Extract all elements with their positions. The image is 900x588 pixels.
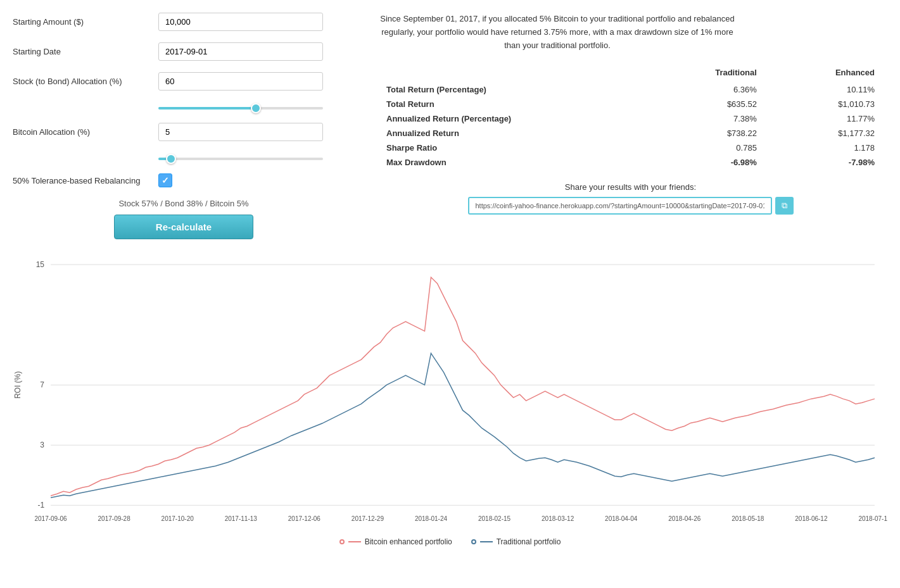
main-chart: 15 7 3 -1 ROI (%) 2017-09-06 2017-09-28 … bbox=[13, 258, 887, 530]
legend-btc-label: Bitcoin enhanced portfolio bbox=[365, 537, 452, 546]
row-enhanced: 1.178 bbox=[770, 141, 887, 155]
share-url-input[interactable] bbox=[468, 197, 772, 215]
col-header-traditional: Traditional bbox=[647, 65, 770, 82]
svg-text:2018-03-12: 2018-03-12 bbox=[542, 515, 574, 522]
svg-text:2018-02-15: 2018-02-15 bbox=[478, 515, 511, 522]
svg-text:15: 15 bbox=[36, 260, 45, 269]
starting-date-input[interactable] bbox=[158, 42, 323, 61]
stock-bond-slider[interactable] bbox=[158, 107, 323, 109]
legend-trad-label: Traditional portfolio bbox=[497, 537, 561, 546]
legend-btc-dot bbox=[339, 539, 345, 544]
copy-button[interactable]: ⧉ bbox=[775, 197, 794, 215]
svg-text:2018-01-24: 2018-01-24 bbox=[415, 515, 448, 522]
row-enhanced: -7.98% bbox=[770, 155, 887, 170]
svg-text:2017-09-28: 2017-09-28 bbox=[98, 515, 131, 522]
row-enhanced: 10.11% bbox=[770, 82, 887, 97]
row-label: Total Return (Percentage) bbox=[374, 82, 647, 97]
svg-text:2017-11-13: 2017-11-13 bbox=[225, 515, 258, 522]
svg-text:2018-04-26: 2018-04-26 bbox=[668, 515, 701, 522]
row-label: Total Return bbox=[374, 97, 647, 111]
svg-text:3: 3 bbox=[40, 441, 44, 449]
stock-bond-label: Stock (to Bond) Allocation (%) bbox=[13, 77, 158, 86]
table-row: Annualized Return (Percentage) 7.38% 11.… bbox=[374, 111, 887, 126]
starting-date-label: Starting Date bbox=[13, 47, 158, 56]
row-enhanced: $1,010.73 bbox=[770, 97, 887, 111]
col-header-enhanced: Enhanced bbox=[770, 65, 887, 82]
share-label: Share your results with your friends: bbox=[374, 182, 887, 192]
svg-text:2018-07-13: 2018-07-13 bbox=[858, 515, 887, 522]
table-row: Max Drawdown -6.98% -7.98% bbox=[374, 155, 887, 170]
starting-amount-label: Starting Amount ($) bbox=[13, 17, 158, 27]
svg-text:7: 7 bbox=[40, 380, 44, 389]
svg-text:2017-12-06: 2017-12-06 bbox=[288, 515, 321, 522]
chart-legend: Bitcoin enhanced portfolio Traditional p… bbox=[13, 537, 887, 546]
row-traditional: $738.22 bbox=[647, 126, 770, 141]
bitcoin-alloc-slider[interactable] bbox=[158, 158, 323, 160]
row-label: Max Drawdown bbox=[374, 155, 647, 170]
row-label: Annualized Return (Percentage) bbox=[374, 111, 647, 126]
recalculate-button[interactable]: Re-calculate bbox=[114, 215, 253, 239]
starting-amount-input[interactable] bbox=[158, 13, 323, 31]
bitcoin-alloc-input[interactable] bbox=[158, 123, 323, 141]
summary-text: Since September 01, 2017, if you allocat… bbox=[374, 13, 741, 52]
col-header-empty bbox=[374, 65, 647, 82]
row-enhanced: $1,177.32 bbox=[770, 126, 887, 141]
svg-text:2017-12-29: 2017-12-29 bbox=[352, 515, 384, 522]
copy-icon: ⧉ bbox=[782, 201, 787, 210]
svg-text:2017-09-06: 2017-09-06 bbox=[34, 515, 67, 522]
stock-bond-input[interactable] bbox=[158, 72, 323, 91]
row-traditional: $635.52 bbox=[647, 97, 770, 111]
svg-text:2018-04-04: 2018-04-04 bbox=[605, 515, 638, 522]
legend-btc-line bbox=[348, 541, 361, 542]
legend-trad-dot bbox=[471, 539, 476, 544]
chart-container: 15 7 3 -1 ROI (%) 2017-09-06 2017-09-28 … bbox=[13, 258, 887, 546]
legend-trad-line bbox=[480, 541, 493, 542]
row-traditional: 6.36% bbox=[647, 82, 770, 97]
row-traditional: 7.38% bbox=[647, 111, 770, 126]
row-label: Annualized Return bbox=[374, 126, 647, 141]
row-label: Sharpe Ratio bbox=[374, 141, 647, 155]
svg-text:2018-05-18: 2018-05-18 bbox=[732, 515, 764, 522]
row-enhanced: 11.77% bbox=[770, 111, 887, 126]
svg-text:2017-10-20: 2017-10-20 bbox=[162, 515, 194, 522]
row-traditional: -6.98% bbox=[647, 155, 770, 170]
legend-trad: Traditional portfolio bbox=[471, 537, 561, 546]
svg-text:2018-06-12: 2018-06-12 bbox=[795, 515, 828, 522]
row-traditional: 0.785 bbox=[647, 141, 770, 155]
table-row: Sharpe Ratio 0.785 1.178 bbox=[374, 141, 887, 155]
svg-text:ROI (%): ROI (%) bbox=[13, 371, 22, 398]
table-row: Total Return (Percentage) 6.36% 10.11% bbox=[374, 82, 887, 97]
rebalancing-checkbox[interactable] bbox=[158, 173, 172, 187]
svg-text:-1: -1 bbox=[37, 501, 44, 510]
rebalancing-label: 50% Tolerance-based Rebalancing bbox=[13, 176, 158, 185]
results-table: Traditional Enhanced Total Return (Perce… bbox=[374, 65, 887, 170]
bitcoin-alloc-label: Bitcoin Allocation (%) bbox=[13, 127, 158, 137]
table-row: Annualized Return $738.22 $1,177.32 bbox=[374, 126, 887, 141]
table-row: Total Return $635.52 $1,010.73 bbox=[374, 97, 887, 111]
allocation-text: Stock 57% / Bond 38% / Bitcoin 5% bbox=[13, 199, 355, 208]
legend-btc: Bitcoin enhanced portfolio bbox=[339, 537, 452, 546]
